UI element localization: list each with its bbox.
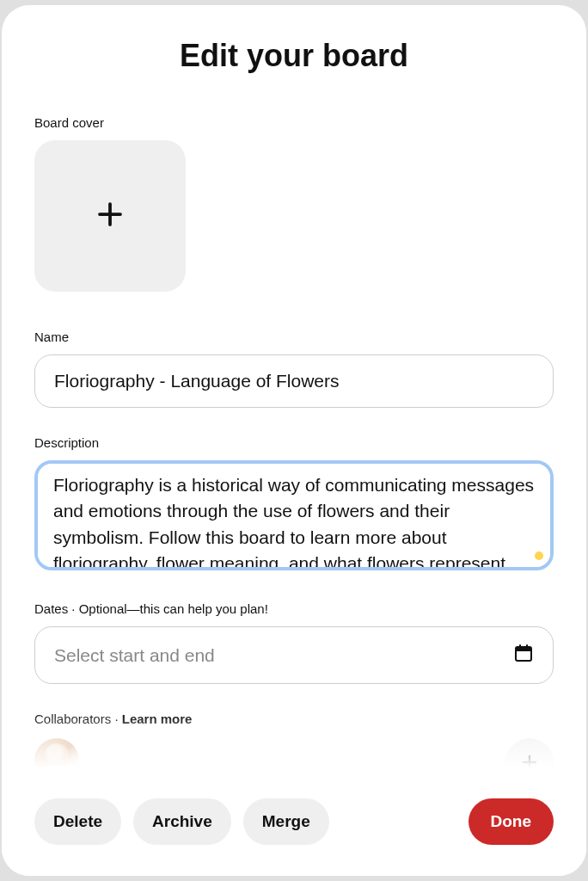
board-cover-picker[interactable]	[34, 140, 186, 292]
collaborator-avatar[interactable]	[34, 738, 79, 783]
board-cover-section: Board cover	[34, 115, 554, 292]
dates-label: Dates · Optional—this can help you plan!	[34, 601, 554, 616]
svg-rect-4	[519, 644, 521, 648]
dates-picker[interactable]: Select start and end	[34, 626, 554, 684]
delete-button[interactable]: Delete	[34, 798, 121, 845]
done-button[interactable]: Done	[469, 798, 554, 845]
name-label: Name	[34, 330, 554, 344]
name-input[interactable]	[34, 354, 554, 408]
add-collaborator-button[interactable]	[505, 738, 554, 786]
modal-footer: Delete Archive Merge Done	[2, 781, 586, 876]
description-section: Description Floriography is a historical…	[34, 435, 554, 574]
archive-button[interactable]: Archive	[133, 798, 231, 845]
calendar-icon	[513, 643, 534, 668]
collaborators-section: Collaborators · Learn more	[34, 712, 554, 786]
indicator-dot-icon	[535, 551, 543, 560]
board-cover-label: Board cover	[34, 115, 554, 130]
collaborators-label-row: Collaborators · Learn more	[34, 712, 554, 726]
svg-rect-5	[526, 644, 528, 648]
plus-icon	[95, 199, 126, 233]
dates-section: Dates · Optional—this can help you plan!…	[34, 601, 554, 684]
collaborators-separator: ·	[111, 712, 122, 726]
dates-placeholder: Select start and end	[54, 645, 215, 666]
collaborators-label: Collaborators	[34, 712, 111, 726]
modal-title: Edit your board	[34, 38, 554, 74]
name-section: Name	[34, 330, 554, 408]
description-label: Description	[34, 435, 554, 450]
edit-board-modal: Edit your board Board cover Name Descrip…	[2, 5, 586, 876]
description-textarea[interactable]: Floriography is a historical way of comm…	[34, 460, 554, 570]
svg-rect-3	[516, 647, 531, 651]
learn-more-link[interactable]: Learn more	[122, 712, 193, 726]
merge-button[interactable]: Merge	[243, 798, 329, 845]
